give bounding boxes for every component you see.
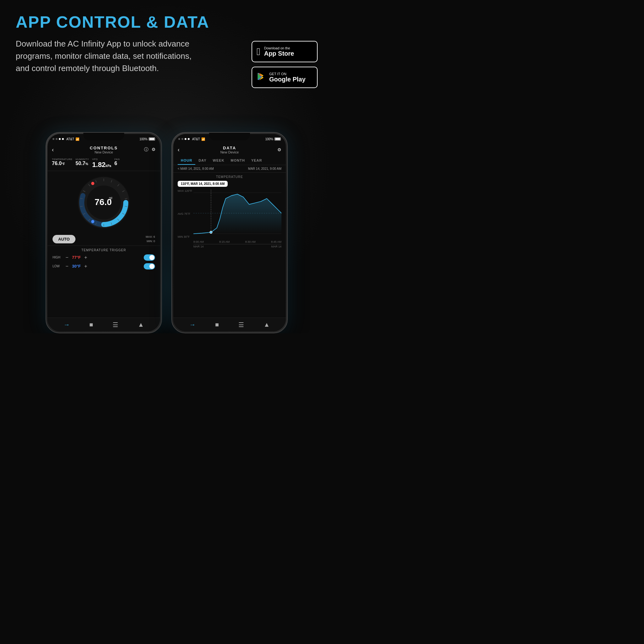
left-back-icon[interactable]: ‹: [52, 147, 54, 153]
rdot3: [185, 138, 186, 140]
controls-bottom: AUTO MAX: 6 MIN: 0: [47, 233, 160, 246]
page: APP CONTROL & DATA Download the AC Infin…: [0, 0, 333, 333]
app-store-large-label: App Store: [264, 50, 294, 57]
left-phone: AT&T 📶 4:48PM 100% ‹: [46, 132, 162, 333]
page-title: APP CONTROL & DATA: [16, 13, 318, 31]
right-nav-title: DATA New Device: [220, 146, 239, 154]
nav-list-icon[interactable]: ☰: [113, 321, 118, 329]
vpd-value: 1.82kPa: [92, 161, 111, 169]
right-nav-home-icon[interactable]: →: [189, 321, 196, 328]
humidity-label: HUMIDITY: [75, 158, 89, 161]
max-min-info: MAX: 6 MIN: 0: [146, 235, 155, 244]
right-nav-grid-icon[interactable]: ■: [215, 321, 219, 328]
right-nav-main: DATA: [220, 146, 239, 150]
low-toggle-thumb: [149, 264, 154, 269]
right-carrier: AT&T: [192, 137, 200, 141]
chart-date-labels: MAR 14 MAR 14: [193, 244, 281, 248]
info-icon[interactable]: ⓘ: [144, 147, 148, 153]
left-battery-pct: 100%: [139, 137, 147, 141]
right-back-icon[interactable]: ‹: [178, 147, 180, 153]
rdot2: [181, 138, 183, 140]
min-label: MIN: 0: [146, 239, 155, 243]
right-battery-pct: 100%: [265, 137, 273, 141]
vpd-label: VPD: [92, 158, 111, 161]
low-trigger-value: 30°F: [72, 264, 81, 269]
min-y-label: MIN 30°F: [178, 235, 192, 238]
right-settings-icon[interactable]: ⚙: [277, 147, 281, 152]
right-phone-outer: AT&T 📶 4:48PM 100% ‹: [171, 132, 288, 333]
description-text: Download the AC Infinity App to unlock a…: [16, 38, 198, 75]
left-nav-title: CONTROLS New Device: [90, 146, 118, 154]
avg-y-label: AVG 75°F: [178, 212, 192, 215]
right-nav-chart-icon[interactable]: ▲: [264, 321, 270, 328]
left-phone-outer: AT&T 📶 4:48PM 100% ‹: [46, 132, 162, 333]
temp-label: TEMPERATURE: [52, 158, 72, 161]
nav-grid-icon[interactable]: ■: [89, 321, 93, 328]
left-nav-icons: ⓘ ⚙: [144, 147, 156, 153]
left-phone-notch: [83, 133, 124, 140]
low-trigger-toggle[interactable]: [144, 263, 155, 269]
svg-text:↓: ↓: [98, 202, 100, 206]
nav-chart-icon[interactable]: ▲: [138, 321, 144, 328]
chart-area: TEMPERATURE 110°F, MAR 14, 2021, 8:00 AM…: [173, 173, 286, 251]
right-status-right: 100%: [265, 137, 281, 141]
chart-svg: [193, 188, 281, 238]
right-nav-list-icon[interactable]: ☰: [238, 321, 244, 329]
dot4: [62, 138, 64, 140]
tab-week[interactable]: WEEK: [210, 157, 228, 165]
nav-home-icon[interactable]: →: [64, 321, 70, 328]
app-store-text: Download on the App Store: [264, 46, 294, 57]
humidity-stat: HUMIDITY 50.7%: [75, 158, 89, 169]
tab-day[interactable]: DAY: [195, 157, 209, 165]
right-bottom-nav: → ■ ☰ ▲: [173, 318, 286, 331]
chart-date-end: MAR 14: [271, 245, 281, 248]
x-label-1: 8:00 AM: [193, 240, 204, 243]
high-toggle-thumb: [149, 255, 154, 260]
dot2: [56, 138, 58, 140]
x-label-2: 8:15 AM: [219, 240, 230, 243]
high-minus-button[interactable]: −: [64, 255, 69, 260]
low-minus-button[interactable]: −: [64, 264, 69, 269]
high-trigger-row: HIGH − 77°F +: [53, 254, 155, 261]
auto-button[interactable]: AUTO: [53, 235, 75, 243]
left-status-left: AT&T 📶: [53, 137, 79, 141]
tab-year[interactable]: YEAR: [248, 157, 265, 165]
settings-icon[interactable]: ⚙: [152, 147, 156, 153]
dot3: [59, 138, 61, 140]
low-trigger-label: LOW: [53, 264, 62, 268]
chart-tooltip: 110°F, MAR 14, 2021, 8:00 AM: [178, 181, 228, 187]
left-nav-sub: New Device: [90, 150, 118, 154]
right-nav-sub: New Device: [220, 150, 239, 154]
app-store-button[interactable]:  Download on the App Store: [252, 41, 318, 62]
temp-stat: TEMPERATURE 76.0°F: [52, 158, 72, 169]
right-nav-icons: ⚙: [277, 147, 281, 152]
right-phone-screen: AT&T 📶 4:48PM 100% ‹: [173, 134, 286, 331]
x-axis-labels: 8:00 AM 8:15 AM 8:30 AM 8:45 AM: [193, 240, 281, 244]
right-wifi-icon: 📶: [201, 137, 205, 141]
right-phone: AT&T 📶 4:48PM 100% ‹: [171, 132, 288, 333]
humidity-value: 50.7%: [75, 161, 89, 166]
max-label: MAX: 6: [146, 235, 155, 239]
left-phone-screen: AT&T 📶 4:48PM 100% ‹: [47, 134, 160, 331]
rdot4: [188, 138, 190, 140]
right-battery-box: [275, 137, 281, 141]
trigger-section: TEMPERATURE TRIGGER HIGH − 77°F + LOW: [47, 246, 160, 273]
phones-area: AT&T 📶 4:48PM 100% ‹: [0, 126, 333, 333]
dot1: [53, 138, 54, 140]
rdot1: [178, 138, 180, 140]
left-nav: ‹ CONTROLS New Device ⓘ ⚙: [47, 143, 160, 157]
chart-wrapper: MAX 120°F AVG 75°F MIN 30°F: [178, 188, 281, 240]
fan-value: 6: [114, 161, 120, 166]
high-trigger-toggle[interactable]: [144, 254, 155, 261]
left-status-right: 100%: [139, 137, 155, 141]
dial-container: 76.0 °F ↓: [75, 174, 132, 231]
date-end: MAR 14, 2021, 9:00 AM: [248, 167, 281, 170]
chart-title: TEMPERATURE: [178, 175, 281, 179]
google-play-button[interactable]: GET IT ON Google Play: [252, 67, 318, 88]
low-plus-button[interactable]: +: [83, 264, 88, 269]
tab-month[interactable]: MONTH: [228, 157, 248, 165]
left-battery-box: [149, 137, 155, 141]
high-plus-button[interactable]: +: [83, 255, 88, 260]
tab-hour[interactable]: HOUR: [178, 157, 195, 165]
y-axis-labels: MAX 120°F AVG 75°F MIN 30°F: [178, 188, 192, 240]
